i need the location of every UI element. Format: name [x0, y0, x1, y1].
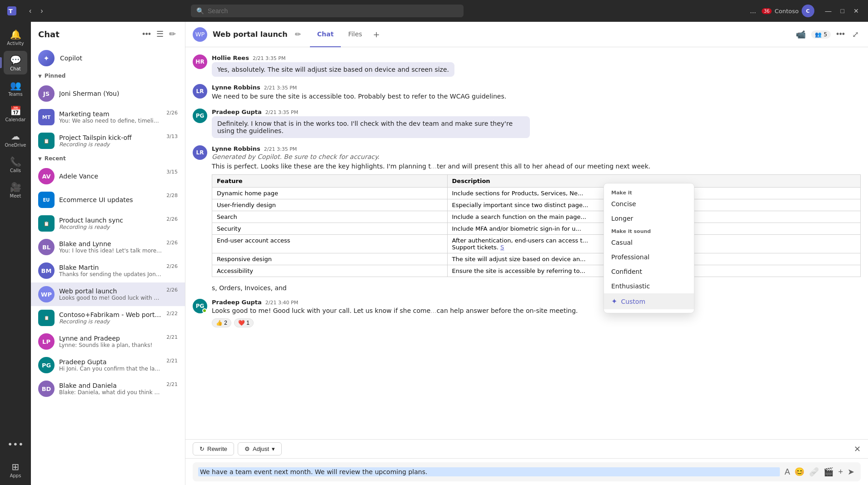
close-rewrite-btn[interactable]: ✕ [854, 444, 861, 454]
msg-bubble: Definitely. I know that is in the works … [212, 116, 530, 138]
activity-icon: 🔔 [10, 29, 21, 40]
rewrite-icon: ↻ [200, 445, 205, 452]
avatar: BM [38, 262, 55, 279]
gif-btn[interactable]: 🎬 [823, 466, 834, 478]
message-input-area: We have a team event next month. We will… [185, 458, 868, 485]
msg-text: This is perfect. Looks like these are th… [212, 162, 861, 171]
expand-btn[interactable]: ⤢ [850, 28, 861, 41]
video-call-btn[interactable]: 📹 [794, 28, 808, 41]
copilot-avatar: ✦ [38, 50, 55, 66]
restore-btn[interactable]: □ [837, 6, 848, 15]
nav-arrows: ‹ › [25, 5, 47, 17]
chat-header-more-btn[interactable]: ••• [834, 28, 847, 41]
sidebar-item-onedrive[interactable]: ☁ OneDrive [4, 127, 27, 151]
msg-time: 2/21 3:35 PM [264, 146, 297, 152]
list-item[interactable]: WP Web portal launch Looks good to me! G… [31, 282, 185, 306]
list-item[interactable]: MT Marketing team You: We also need to d… [31, 105, 185, 129]
list-item[interactable]: EU Ecommerce UI updates 2/28 [31, 188, 185, 212]
dropdown-concise[interactable]: Concise [604, 197, 694, 211]
chat-name: Contoso+Fabrikam - Web portal ki... [59, 311, 162, 318]
edit-title-btn[interactable]: ✏ [293, 28, 303, 40]
minimize-btn[interactable]: — [822, 6, 835, 15]
chat-date: 2/21 [166, 381, 178, 387]
rewrite-btn[interactable]: ↻ Rewrite [193, 442, 234, 455]
send-btn[interactable]: ➤ [847, 466, 855, 478]
chat-name: Joni Sherman (You) [59, 90, 178, 97]
nav-forward[interactable]: › [37, 5, 46, 17]
feature-table: Feature Description Dynamic home page In… [212, 174, 861, 277]
sidebar-meet-label: Meet [10, 193, 21, 198]
msg-sender: Lynne Robbins [212, 145, 260, 152]
recent-section-header[interactable]: ▼ Recent [31, 153, 185, 164]
recent-chevron: ▼ [38, 156, 42, 161]
sidebar-item-more[interactable]: ••• [4, 432, 27, 456]
list-item[interactable]: AV Adele Vance 3/15 [31, 164, 185, 188]
chat-header-avatar: WP [193, 27, 207, 42]
list-item[interactable]: BM Blake Martin Thanks for sending the u… [31, 259, 185, 282]
msg-content: Lynne Robbins 2/21 3:35 PM Generated by … [212, 145, 861, 292]
chat-panel-title: Chat [38, 30, 60, 39]
attach-btn[interactable]: + [837, 466, 844, 478]
list-item[interactable]: BD Blake and Daniela Blake: Daniela, wha… [31, 377, 185, 401]
sidebar-activity-label: Activity [7, 41, 24, 46]
sticker-btn[interactable]: 🩹 [808, 466, 820, 478]
chat-info: Blake and Daniela Blake: Daniela, what d… [59, 382, 162, 396]
chat-date: 3/13 [166, 133, 178, 139]
list-item[interactable]: 📋 Contoso+Fabrikam - Web portal ki... Re… [31, 306, 185, 330]
sidebar-item-calls[interactable]: 📞 Calls [4, 153, 27, 176]
copilot-item[interactable]: ✦ Copilot [31, 46, 185, 70]
user-avatar: C [802, 5, 814, 17]
nav-back[interactable]: ‹ [25, 5, 35, 17]
emoji-btn[interactable]: 😊 [793, 466, 805, 478]
dropdown-longer[interactable]: Longer [604, 211, 694, 226]
list-item[interactable]: 📋 Project Tailspin kick-off Recording is… [31, 129, 185, 153]
pinned-section-header[interactable]: ▼ Pinned [31, 70, 185, 82]
chat-more-btn[interactable]: ••• [140, 27, 153, 41]
search-box[interactable]: 🔍 [191, 5, 464, 17]
reaction-heart[interactable]: ❤️ 1 [234, 318, 254, 327]
more-options-btn[interactable]: ... [748, 5, 758, 17]
sidebar-item-meet[interactable]: 🎥 Meet [4, 178, 27, 202]
table-row: Responsive design The site will adjust s… [212, 253, 861, 265]
chat-date: 2/21 [166, 357, 178, 364]
search-input[interactable] [208, 7, 458, 15]
dropdown-enthusiastic[interactable]: Enthusiastic [604, 279, 694, 293]
chat-info: Product launch sync Recording is ready [59, 217, 162, 230]
message-input-text[interactable]: We have a team event next month. We will… [198, 467, 780, 476]
chat-header: WP Web portal launch ✏ Chat Files + 📹 👥 [185, 22, 868, 47]
list-item[interactable]: PG Pradeep Gupta Hi Joni. Can you confir… [31, 353, 185, 377]
chat-info: Joni Sherman (You) [59, 90, 178, 97]
sidebar-item-teams[interactable]: 👥 Teams [4, 76, 27, 100]
svg-text:T: T [9, 8, 13, 15]
avatar: 📋 [38, 215, 55, 232]
reaction-thumbs-up[interactable]: 👍 2 [212, 318, 231, 327]
adjust-btn[interactable]: ⚙ Adjust ▾ [238, 442, 282, 455]
filter-btn[interactable]: ☰ [155, 27, 165, 41]
close-btn[interactable]: ✕ [850, 6, 863, 15]
sidebar-item-apps[interactable]: ⊞ Apps [4, 458, 27, 481]
list-item[interactable]: JS Joni Sherman (You) [31, 82, 185, 105]
list-item[interactable]: LP Lynne and Pradeep Lynne: Sounds like … [31, 330, 185, 353]
list-item[interactable]: 📋 Product launch sync Recording is ready… [31, 212, 185, 235]
msg-content: Hollie Rees 2/21 3:35 PM Yes, absolutely… [212, 54, 861, 77]
sidebar-item-chat[interactable]: 💬 Chat [4, 51, 27, 74]
chat-preview: You: I love this idea! Let's talk more n… [59, 247, 162, 254]
tab-files[interactable]: Files [341, 22, 369, 47]
avatar: MT [38, 109, 55, 125]
sidebar-item-calendar[interactable]: 📅 Calendar [4, 102, 27, 125]
dropdown-casual[interactable]: Casual [604, 235, 694, 250]
chat-panel: Chat ••• ☰ ✏ ✦ Copilot ▼ Pinned JS [31, 22, 185, 485]
user-profile[interactable]: 36 Contoso C [762, 5, 814, 17]
dropdown-confident[interactable]: Confident [604, 264, 694, 279]
dropdown-professional[interactable]: Professional [604, 250, 694, 264]
tab-chat[interactable]: Chat [310, 22, 341, 47]
format-btn[interactable]: A [783, 466, 791, 478]
add-tab-btn[interactable]: + [369, 22, 384, 47]
chat-info: Ecommerce UI updates [59, 196, 162, 203]
new-chat-btn[interactable]: ✏ [167, 27, 178, 41]
chat-info: Pradeep Gupta Hi Joni. Can you confirm t… [59, 358, 162, 372]
sidebar-item-activity[interactable]: 🔔 Activity [4, 25, 27, 49]
custom-icon: ✦ [611, 297, 617, 306]
dropdown-custom[interactable]: ✦ Custom [604, 293, 694, 309]
list-item[interactable]: BL Blake and Lynne You: I love this idea… [31, 235, 185, 259]
